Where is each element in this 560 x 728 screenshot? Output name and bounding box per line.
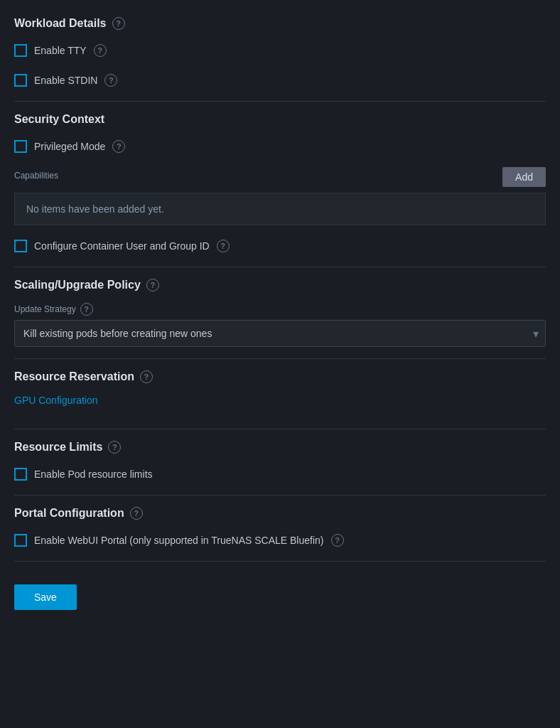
security-context-title: Security Context	[14, 113, 546, 126]
configure-container-checkbox[interactable]	[14, 240, 27, 252]
scaling-title: Scaling/Upgrade Policy ?	[14, 279, 546, 291]
enable-tty-row: Enable TTY ?	[14, 41, 546, 60]
workload-details-label: Workload Details	[14, 17, 107, 30]
enable-tty-help-icon[interactable]: ?	[94, 44, 107, 57]
enable-webui-label: Enable WebUI Portal (only supported in T…	[34, 535, 324, 546]
privileged-mode-checkbox[interactable]	[14, 140, 27, 153]
resource-reservation-label: Resource Reservation	[14, 370, 134, 383]
configure-container-label: Configure Container User and Group ID	[34, 240, 210, 252]
empty-state-text: No items have been added yet.	[26, 203, 164, 215]
scaling-label: Scaling/Upgrade Policy	[14, 279, 141, 291]
enable-stdin-label: Enable STDIN	[34, 75, 97, 86]
save-button[interactable]: Save	[14, 584, 77, 610]
enable-pod-limits-checkbox[interactable]	[14, 468, 27, 481]
enable-stdin-row: Enable STDIN ?	[14, 71, 546, 90]
privileged-mode-label: Privileged Mode	[34, 141, 105, 152]
update-strategy-group: Update Strategy ? Kill existing pods bef…	[14, 303, 546, 347]
capabilities-row: Capabilities Add	[14, 167, 546, 187]
privileged-mode-row: Privileged Mode ?	[14, 137, 546, 156]
security-context-label: Security Context	[14, 113, 104, 126]
update-strategy-select-wrapper: Kill existing pods before creating new o…	[14, 320, 546, 347]
enable-stdin-checkbox[interactable]	[14, 74, 27, 87]
update-strategy-select[interactable]: Kill existing pods before creating new o…	[14, 320, 546, 347]
scaling-help-icon[interactable]: ?	[146, 279, 159, 291]
enable-webui-checkbox[interactable]	[14, 534, 27, 547]
resource-limits-help-icon[interactable]: ?	[108, 441, 121, 454]
enable-tty-label: Enable TTY	[34, 45, 87, 56]
update-strategy-label-row: Update Strategy ?	[14, 303, 546, 316]
gpu-configuration-link[interactable]: GPU Configuration	[14, 395, 98, 406]
workload-details-title: Workload Details ?	[14, 17, 546, 30]
enable-pod-limits-label: Enable Pod resource limits	[34, 469, 153, 480]
update-strategy-label: Update Strategy	[14, 304, 76, 314]
portal-configuration-label: Portal Configuration	[14, 507, 124, 520]
add-capability-button[interactable]: Add	[502, 167, 546, 187]
enable-tty-checkbox[interactable]	[14, 44, 27, 57]
resource-limits-label: Resource Limits	[14, 441, 102, 454]
resource-reservation-help-icon[interactable]: ?	[140, 370, 153, 383]
configure-container-help-icon[interactable]: ?	[217, 240, 230, 252]
enable-pod-limits-row: Enable Pod resource limits	[14, 465, 546, 483]
portal-configuration-help-icon[interactable]: ?	[130, 507, 143, 520]
resource-limits-title: Resource Limits ?	[14, 441, 546, 454]
privileged-mode-help-icon[interactable]: ?	[112, 140, 125, 153]
capabilities-label: Capabilities	[14, 171, 58, 181]
capabilities-empty-state: No items have been added yet.	[14, 193, 546, 225]
enable-stdin-help-icon[interactable]: ?	[104, 74, 117, 87]
enable-webui-help-icon[interactable]: ?	[331, 534, 344, 547]
enable-webui-row: Enable WebUI Portal (only supported in T…	[14, 531, 546, 550]
update-strategy-help-icon[interactable]: ?	[80, 303, 93, 316]
workload-details-help-icon[interactable]: ?	[112, 17, 125, 30]
resource-reservation-title: Resource Reservation ?	[14, 370, 546, 383]
configure-container-row: Configure Container User and Group ID ?	[14, 237, 546, 255]
portal-configuration-title: Portal Configuration ?	[14, 507, 546, 520]
